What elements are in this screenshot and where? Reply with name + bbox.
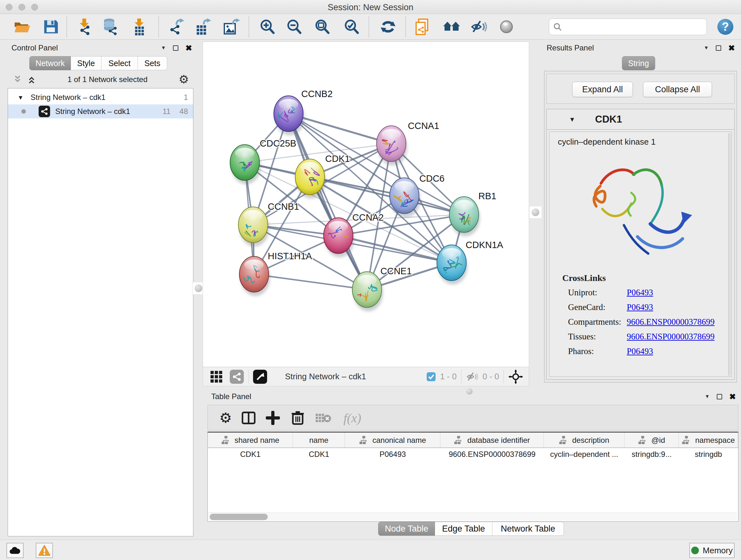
column-header-namespace[interactable]: namespace (679, 433, 738, 448)
crosslink-link[interactable]: P06493 (627, 302, 653, 312)
table-cell[interactable]: P06493 (345, 448, 441, 461)
crosslink-row: GeneCard:P06493 (549, 302, 728, 317)
panel-close-icon[interactable]: ✖ (728, 44, 735, 52)
panel-float-icon[interactable] (717, 394, 722, 399)
tab-sets[interactable]: Sets (138, 56, 167, 70)
collapse-all-button[interactable]: Collapse All (643, 82, 712, 97)
show-glass-ball-button[interactable] (497, 17, 516, 37)
table-cell[interactable]: CDK1 (208, 448, 293, 461)
clone-network-icon (414, 18, 432, 36)
column-header-database-identifier[interactable]: database identifier (441, 433, 544, 448)
birdseye-view-icon[interactable] (253, 370, 267, 384)
table-hscrollbar[interactable] (208, 512, 737, 521)
section-collapse-icon[interactable]: ▼ (569, 116, 576, 123)
node-RB1[interactable]: RB1 (449, 191, 496, 236)
hide-annotations-button[interactable] (469, 17, 488, 37)
export-table-button[interactable] (194, 17, 213, 37)
panel-menu-icon[interactable]: ▼ (704, 45, 709, 51)
node-CCNE1[interactable]: CCNE1 (352, 266, 412, 311)
table-cell[interactable]: cyclin–dependent ... (544, 448, 624, 461)
create-column-button[interactable] (264, 409, 282, 427)
import-table-button[interactable] (130, 17, 149, 37)
panel-float-icon[interactable] (173, 45, 179, 51)
table-cell[interactable]: 9606.ENSP00000378699 (441, 448, 544, 461)
import-network-button[interactable] (75, 17, 94, 37)
node-CDKN1A[interactable]: CDKN1A (437, 240, 503, 285)
warnings-button[interactable] (36, 543, 53, 558)
panel-close-icon[interactable]: ✖ (729, 393, 736, 401)
table-cell[interactable]: CDK1 (293, 448, 345, 461)
memory-button[interactable]: Memory (689, 543, 735, 558)
table-hscrollbar-thumb[interactable] (210, 514, 268, 520)
delete-table-button[interactable] (314, 409, 332, 427)
panel-close-icon[interactable]: ✖ (185, 44, 192, 52)
gene-section-header[interactable]: ▼ CDK1 (547, 109, 734, 130)
expand-all-button[interactable]: Expand All (572, 82, 633, 97)
crosshair-icon[interactable] (509, 369, 523, 384)
column-header-shared-name[interactable]: shared name (208, 433, 293, 448)
function-builder-button[interactable]: f(x) (338, 409, 367, 427)
column-header-name[interactable]: name (293, 433, 345, 448)
node-CCNA2[interactable]: CCNA2 (324, 212, 384, 257)
crosslink-link[interactable]: P06493 (627, 288, 653, 298)
node-CCNB2[interactable]: CCNB2 (274, 89, 333, 135)
panel-menu-icon[interactable]: ▼ (704, 394, 710, 399)
tab-string[interactable]: String (622, 56, 655, 70)
refresh-button[interactable] (379, 17, 398, 37)
export-network-button[interactable] (167, 17, 187, 37)
node-CCNA1[interactable]: CCNA1 (377, 121, 439, 165)
collapse-all-networks-icon[interactable] (27, 75, 37, 84)
tab-edge-table[interactable]: Edge Table (435, 522, 492, 536)
search-input[interactable] (549, 18, 707, 35)
tree-expand-icon[interactable]: ▼ (17, 95, 23, 101)
network-canvas[interactable]: CCNB2CCNA1CDC25BCDK1CDC6RB1CCNB1CCNA2CDK… (203, 42, 529, 367)
show-columns-button[interactable] (240, 409, 258, 427)
full-network-view-button[interactable] (442, 17, 461, 37)
results-scrollbar[interactable] (728, 133, 731, 376)
help-button[interactable]: ? (716, 17, 735, 37)
import-network-from-database-button[interactable] (100, 17, 119, 37)
column-header-canonical-name[interactable]: canonical name (345, 433, 441, 448)
node-HIST1H1A[interactable]: HIST1H1A (239, 251, 312, 296)
share-view-icon[interactable] (230, 370, 244, 384)
edge-CCNB2-CCNE1[interactable] (288, 114, 367, 290)
export-image-button[interactable] (222, 17, 242, 37)
expand-all-networks-icon[interactable] (13, 75, 22, 84)
table-row[interactable]: CDK1CDK1P064939606.ENSP00000378699cyclin… (208, 448, 738, 461)
open-session-button[interactable] (12, 17, 31, 37)
column-header-description[interactable]: description (544, 433, 624, 448)
tab-network-table[interactable]: Network Table (492, 522, 564, 536)
table-options-button[interactable]: ⚙ (217, 409, 234, 427)
table-tabs: Node TableEdge TableNetwork Table (378, 522, 564, 536)
crosslink-link[interactable]: P06493 (627, 347, 653, 356)
zoom-fit-button[interactable] (313, 17, 332, 37)
network-options-gear-icon[interactable]: ⚙ (179, 74, 189, 85)
tab-node-table[interactable]: Node Table (378, 522, 435, 536)
tab-network[interactable]: Network (29, 56, 71, 70)
network-collection-row[interactable]: ▼ String Network – cdk1 1 (8, 90, 193, 105)
panel-menu-icon[interactable]: ▼ (161, 45, 166, 51)
zoom-out-button[interactable] (285, 17, 304, 37)
selected-checkbox-icon[interactable] (426, 372, 436, 382)
zoom-selected-button[interactable] (342, 17, 361, 37)
network-label: String Network – cdk1 (55, 107, 130, 116)
column-header--id[interactable]: @id (624, 433, 679, 448)
save-session-button[interactable] (41, 17, 60, 37)
edge-HIST1H1A-CCNE1[interactable] (254, 274, 367, 290)
crosslink-link[interactable]: 9606.ENSP00000378699 (627, 332, 715, 341)
table-cell[interactable]: stringdb (679, 448, 738, 461)
tab-select[interactable]: Select (102, 56, 138, 70)
zoom-in-button[interactable] (258, 17, 277, 37)
crosslink-link[interactable]: 9606.ENSP00000378699 (627, 317, 715, 327)
tab-style[interactable]: Style (71, 56, 102, 70)
node-CDC6[interactable]: CDC6 (390, 173, 445, 217)
panel-float-icon[interactable] (716, 45, 721, 51)
right-sash-handle[interactable] (529, 206, 542, 219)
cloud-button[interactable] (6, 543, 23, 558)
table-cell[interactable]: stringdb:9... (624, 448, 679, 461)
delete-column-button[interactable] (289, 409, 307, 427)
gene-section: ▼ CDK1 cyclin–dependent kinase 1 C (546, 109, 735, 380)
network-row-selected[interactable]: String Network – cdk1 11 48 (8, 105, 193, 118)
grid-view-icon[interactable] (210, 370, 223, 383)
clone-network-button[interactable] (414, 17, 433, 37)
